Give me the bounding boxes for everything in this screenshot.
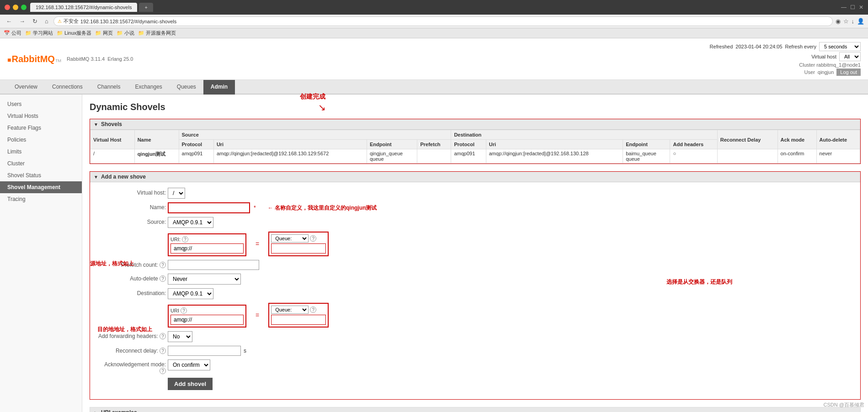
download-icon[interactable]: ↓	[852, 18, 855, 25]
sidebar-item-virtual-hosts[interactable]: Virtual Hosts	[0, 110, 82, 122]
sidebar-item-feature-flags[interactable]: Feature Flags	[0, 122, 82, 134]
sidebar-item-shovel-status[interactable]: Shovel Status	[0, 169, 82, 181]
dst-uri-input[interactable]	[170, 315, 244, 325]
col-src-uri: Uri	[213, 140, 367, 149]
sidebar-item-cluster[interactable]: Cluster	[0, 158, 82, 169]
auto-delete-help-icon[interactable]: ?	[160, 275, 166, 282]
src-uri-help-icon[interactable]: ?	[182, 236, 188, 243]
sidebar-item-users[interactable]: Users	[0, 98, 82, 110]
tab-queues[interactable]: Queues	[170, 80, 203, 95]
tab-channels[interactable]: Channels	[90, 80, 128, 95]
sidebar-item-limits[interactable]: Limits	[0, 146, 82, 158]
bookmark-novel[interactable]: 📁 小说	[117, 30, 134, 37]
sidebar-item-shovel-management[interactable]: Shovel Management	[0, 181, 82, 193]
src-uri-form-label	[97, 232, 166, 233]
dst-queue-label-row: Queue: Exchange: ?	[271, 306, 326, 314]
uri-examples-title: URI examples	[101, 409, 137, 412]
col-name: Name	[134, 130, 179, 149]
reconnect-unit: s	[244, 348, 246, 354]
logout-button[interactable]: Log out	[836, 69, 861, 76]
uri-examples-header[interactable]: ► URI examples	[90, 407, 860, 412]
reload-button[interactable]: ↻	[30, 17, 40, 26]
extensions-icon[interactable]: ◉	[836, 18, 841, 25]
prefetch-row: Prefetch count: ?	[97, 260, 853, 270]
tab-admin[interactable]: Admin	[203, 80, 235, 95]
source-protocol-select[interactable]: AMQP 0.9.1 AMQP 1.0	[168, 217, 213, 228]
bookmark-label: 小说	[124, 30, 134, 37]
src-queue-help-icon[interactable]: ?	[310, 235, 316, 242]
tab-overview[interactable]: Overview	[7, 80, 45, 95]
src-uri-queue-row: URI: ? = Queue: Exchange:	[97, 232, 853, 256]
bookmark-linux[interactable]: 📁 Linux服务器	[57, 30, 91, 37]
dst-queue-input[interactable]	[271, 315, 326, 325]
reconnect-delay-input[interactable]	[168, 346, 241, 356]
logo: ■ RabbitMQ TM	[7, 54, 61, 64]
src-queue-type-select[interactable]: Queue: Exchange:	[271, 234, 309, 243]
bookmark-openservice[interactable]: 📁 开源服务网页	[138, 30, 176, 37]
table-row: / qingjun测试 amqp091 amqp://qingjun:[reda…	[91, 149, 860, 164]
profile-icon[interactable]: 👤	[857, 18, 864, 25]
destination-protocol-select[interactable]: AMQP 0.9.1 AMQP 1.0	[168, 288, 213, 299]
tab-exchanges[interactable]: Exchanges	[128, 80, 169, 95]
col-dst-endpoint: Endpoint	[623, 140, 670, 149]
dst-uri-help-icon[interactable]: ?	[181, 307, 187, 314]
user-value: qingjun	[818, 69, 834, 75]
vhost-select[interactable]: All /	[839, 52, 861, 61]
forward-button[interactable]: →	[17, 17, 27, 26]
browser-tab-active[interactable]: 192.168.130.128:15672/#/dynamic-shovels	[30, 3, 137, 12]
version-info: RabbitMQ 3.11.4 Erlang 25.0	[67, 56, 133, 62]
prefetch-input-col	[168, 260, 853, 270]
name-form-input-col: * ← 名称自定义，我这里自定义的qingjun测试	[168, 202, 853, 213]
vhost-label: Virtual host	[811, 54, 836, 59]
folder-icon: 📁	[57, 30, 63, 36]
auto-delete-row: Auto-delete ? Never After initial length…	[97, 274, 853, 285]
vhost-form-select[interactable]: /	[168, 188, 185, 199]
add-shovel-btn-row: Add shovel	[97, 378, 853, 390]
dst-uri-label: URI ?	[170, 307, 244, 314]
col-ack: Ack mode	[777, 130, 816, 149]
bookmark-icon[interactable]: ☆	[843, 18, 849, 25]
refresh-row: Refreshed 2023-01-04 20:24:05 Refresh ev…	[710, 42, 861, 51]
cell-dst-endpoint: baimu_queuequeue	[623, 149, 670, 164]
bookmark-study[interactable]: 📁 学习网站	[25, 30, 53, 37]
tab-connections[interactable]: Connections	[45, 80, 90, 95]
dst-equals-sign: =	[256, 312, 259, 319]
logo-tm: TM	[55, 58, 61, 63]
close-icon[interactable]: ✕	[859, 4, 863, 11]
dst-queue-type-select[interactable]: Queue: Exchange:	[271, 306, 309, 314]
bookmark-label: 学习网站	[33, 30, 53, 37]
src-queue-input[interactable]	[271, 243, 326, 254]
ack-mode-select[interactable]: On confirm On publish No ack	[168, 359, 210, 370]
forwarding-headers-select[interactable]: No Yes	[168, 331, 192, 342]
add-shovel-button[interactable]: Add shovel	[168, 378, 213, 390]
prefetch-help-icon[interactable]: ?	[160, 262, 166, 268]
prefetch-input[interactable]	[168, 260, 259, 270]
auto-delete-select[interactable]: Never After initial length emptied After…	[168, 274, 241, 285]
bookmark-company[interactable]: 📅 公司	[4, 30, 21, 37]
add-shovel-section: ▼ Add a new shove Virtual host: /	[90, 171, 861, 400]
back-button[interactable]: ←	[4, 17, 14, 26]
col-src-prefetch: Prefetch	[417, 140, 451, 149]
maximize-icon[interactable]: ☐	[850, 4, 855, 11]
minimize-icon[interactable]: —	[841, 4, 847, 11]
home-button[interactable]: ⌂	[43, 17, 51, 26]
forwarding-help-icon[interactable]: ?	[160, 333, 166, 339]
reconnect-help-icon[interactable]: ?	[160, 348, 166, 354]
shovels-section-header[interactable]: ▼ Shovels	[90, 119, 860, 130]
sidebar-item-tracing[interactable]: Tracing	[0, 193, 82, 205]
sidebar-item-policies[interactable]: Policies	[0, 134, 82, 146]
ack-help-icon[interactable]: ?	[160, 368, 166, 374]
cell-src-protocol: amqp091	[179, 149, 213, 164]
name-input[interactable]	[168, 202, 250, 213]
logo-text: RabbitMQ	[11, 54, 54, 64]
bookmark-web[interactable]: 📁 网页	[95, 30, 113, 37]
src-uri-input[interactable]	[170, 243, 244, 254]
ack-mode-col: On confirm On publish No ack	[168, 359, 853, 370]
add-shovel-header[interactable]: ▼ Add a new shove	[90, 172, 860, 182]
dst-queue-help-icon[interactable]: ?	[310, 306, 316, 313]
auto-delete-input-col: Never After initial length emptied After…	[168, 274, 853, 285]
browser-tab-new[interactable]: +	[139, 3, 153, 12]
shovels-table-wrapper: Virtual Host Name Source Destination Rec…	[90, 130, 860, 164]
refresh-interval-select[interactable]: 5 seconds 10 seconds 30 seconds 60 secon…	[819, 42, 861, 51]
folder-icon: 📁	[138, 30, 144, 36]
